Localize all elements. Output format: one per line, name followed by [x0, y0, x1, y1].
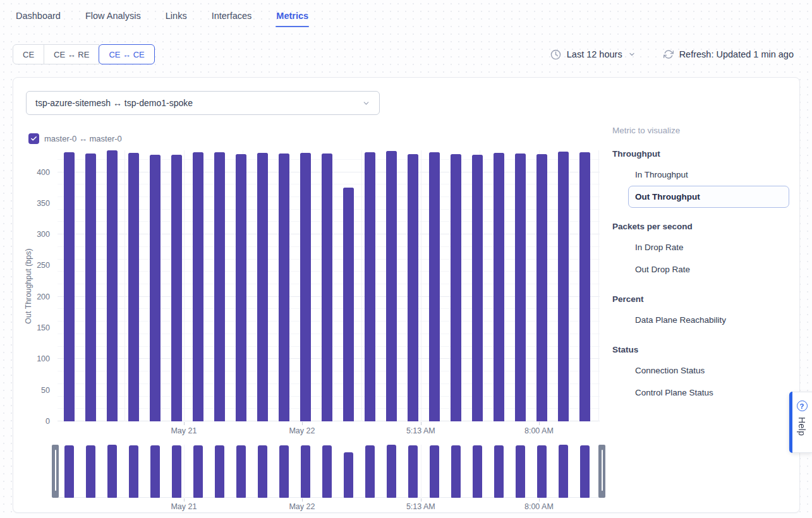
brush-handle-left[interactable]	[52, 445, 59, 498]
time-brush-chart[interactable]	[58, 445, 600, 498]
throughput-bar[interactable]	[193, 152, 203, 421]
series-legend-toggle[interactable]: master-0 ↔ master-0	[28, 133, 122, 144]
gridline-vertical	[598, 150, 599, 421]
y-tick-label: 0	[45, 417, 50, 426]
throughput-bar-chart[interactable]	[58, 150, 600, 421]
brush-bar	[129, 445, 138, 498]
brush-bar	[86, 445, 95, 498]
metric-group-header: Throughput	[612, 149, 789, 159]
x-tick-mark	[539, 422, 540, 425]
gridline-vertical	[421, 150, 421, 421]
refresh-status-label: Refresh: Updated 1 min ago	[679, 49, 794, 59]
brush-bar	[107, 445, 117, 498]
metric-item-in-drop-rate[interactable]: In Drop Rate	[628, 236, 789, 258]
brush-bar	[344, 452, 353, 498]
brush-bar	[473, 445, 482, 498]
refresh-button[interactable]: Refresh: Updated 1 min ago	[664, 49, 794, 59]
x-tick-mark	[421, 422, 421, 425]
throughput-bar[interactable]	[408, 154, 418, 421]
throughput-bar[interactable]	[386, 151, 397, 421]
view-tab-ce-re[interactable]: CE ↔ RE	[44, 44, 99, 64]
metric-item-out-throughput[interactable]: Out Throughput	[628, 186, 789, 208]
throughput-bar[interactable]	[128, 153, 139, 421]
brush-bar	[64, 445, 74, 498]
help-label: Help	[797, 417, 807, 436]
throughput-bar[interactable]	[236, 154, 246, 421]
throughput-bar[interactable]	[64, 152, 75, 421]
brush-bar	[365, 445, 375, 498]
metric-item-data-plane-reachability[interactable]: Data Plane Reachability	[628, 309, 789, 331]
throughput-bar[interactable]	[515, 154, 526, 421]
throughput-bar[interactable]	[85, 154, 96, 421]
throughput-bar[interactable]	[300, 153, 311, 421]
throughput-bar[interactable]	[214, 152, 225, 421]
gridline-vertical	[361, 150, 362, 421]
x-tick-mark	[184, 422, 185, 425]
throughput-bar[interactable]	[451, 154, 461, 421]
throughput-bar[interactable]	[472, 155, 483, 421]
nav-item-flow-analysis[interactable]: Flow Analysis	[85, 1, 142, 29]
brush-bar	[322, 445, 332, 498]
throughput-bar[interactable]	[150, 155, 161, 421]
brush-tick-label: 5:13 AM	[406, 502, 435, 511]
throughput-bar[interactable]	[343, 188, 354, 421]
metric-group-header: Status	[612, 345, 789, 354]
throughput-bar[interactable]	[494, 153, 504, 421]
throughput-bar[interactable]	[429, 152, 440, 421]
x-tick-label: 5:13 AM	[406, 426, 435, 435]
brush-bar	[279, 445, 289, 498]
metric-item-in-throughput[interactable]: In Throughput	[628, 164, 789, 186]
metric-group-header: Packets per second	[612, 222, 789, 231]
chevron-down-icon	[362, 99, 370, 107]
throughput-bar[interactable]	[107, 150, 118, 421]
help-button[interactable]: ? Help	[789, 392, 812, 453]
y-tick-label: 350	[37, 199, 50, 208]
throughput-bar[interactable]	[171, 155, 182, 421]
brush-handle-right[interactable]	[598, 445, 605, 498]
y-tick-label: 100	[37, 354, 50, 363]
connection-pair-select[interactable]: tsp-azure-sitemesh ↔ tsp-demo1-spoke	[26, 91, 380, 115]
view-tab-ce-ce[interactable]: CE ↔ CE	[99, 44, 154, 64]
metric-sidebar: Metric to visualize ThroughputIn Through…	[612, 126, 789, 404]
y-tick-label: 50	[41, 386, 50, 395]
brush-tick-label: 8:00 AM	[524, 502, 554, 511]
throughput-bar[interactable]	[579, 152, 590, 421]
brush-bar	[150, 445, 160, 498]
nav-item-interfaces[interactable]: Interfaces	[211, 1, 253, 29]
y-tick-label: 200	[37, 292, 50, 301]
refresh-icon	[664, 49, 674, 59]
throughput-bar[interactable]	[536, 154, 547, 421]
brush-bar	[301, 445, 310, 498]
y-tick-label: 400	[37, 168, 50, 177]
x-tick-label: May 22	[289, 426, 315, 435]
brush-bar	[387, 445, 396, 498]
throughput-bar[interactable]	[279, 154, 289, 421]
metric-group-packets-per-second: Packets per secondIn Drop RateOut Drop R…	[612, 222, 789, 280]
nav-item-links[interactable]: Links	[165, 1, 188, 29]
metric-item-control-plane-status[interactable]: Control Plane Status	[628, 382, 789, 404]
clock-icon	[550, 49, 561, 60]
brush-bar	[516, 445, 525, 498]
throughput-bar[interactable]	[257, 153, 268, 421]
brush-bar	[193, 445, 203, 498]
brush-tick-mark	[421, 498, 421, 502]
checkbox-checked-icon[interactable]	[28, 133, 39, 144]
time-range-dropdown[interactable]: Last 12 hours	[550, 49, 636, 60]
metric-item-out-drop-rate[interactable]: Out Drop Rate	[628, 258, 789, 280]
brush-tick-mark	[302, 498, 303, 502]
nav-item-dashboard[interactable]: Dashboard	[15, 1, 61, 29]
metric-item-connection-status[interactable]: Connection Status	[628, 359, 789, 382]
brush-bar	[258, 445, 267, 498]
connection-pair-value: tsp-azure-sitemesh ↔ tsp-demo1-spoke	[35, 98, 193, 108]
nav-item-metrics[interactable]: Metrics	[276, 1, 309, 29]
throughput-bar[interactable]	[558, 152, 569, 421]
throughput-bar[interactable]	[322, 154, 332, 421]
metric-group-status: StatusConnection StatusControl Plane Sta…	[612, 345, 789, 404]
time-range-label: Last 12 hours	[567, 49, 622, 59]
brush-gridline	[184, 445, 185, 498]
header-controls: Last 12 hours Refresh: Updated 1 min ago	[550, 44, 794, 64]
throughput-bar[interactable]	[365, 152, 375, 421]
view-tab-ce[interactable]: CE	[13, 44, 44, 64]
sidebar-title: Metric to visualize	[612, 126, 789, 135]
brush-bar	[408, 445, 418, 498]
